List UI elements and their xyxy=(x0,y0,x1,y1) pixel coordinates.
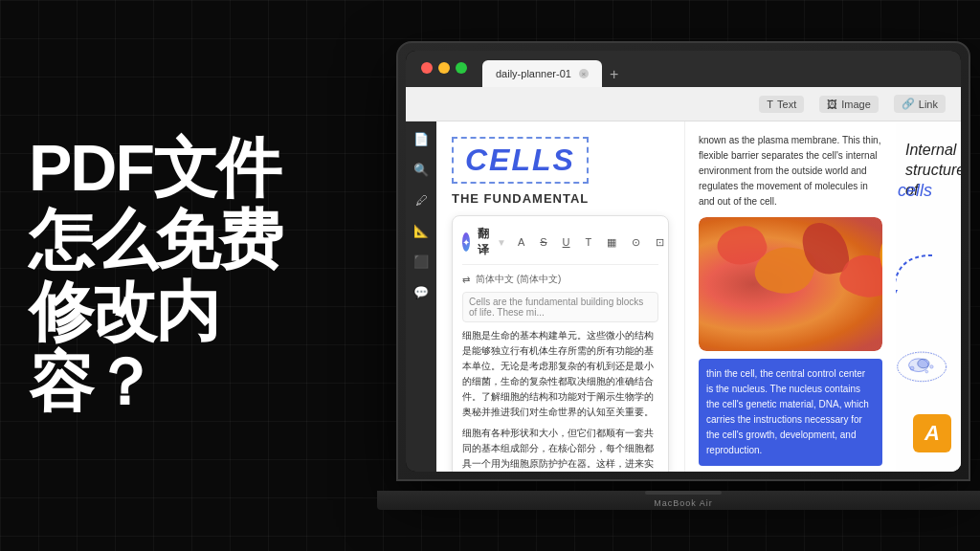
macbook-notch xyxy=(645,491,722,495)
minimize-button-icon[interactable] xyxy=(438,62,450,74)
translation-source: Cells are the fundamental building block… xyxy=(462,292,658,322)
macbook-air-label: MacBook Air xyxy=(654,498,713,508)
translation-panel: ✦ 翻译 ▼ A S U T ▦ ⊙ ⊡ xyxy=(452,215,669,472)
tab-name: daily-planner-01 xyxy=(496,68,571,79)
tab-bar: daily-planner-01 × + xyxy=(406,51,961,87)
translate-sub-icon: ⇄ xyxy=(462,275,470,285)
translation-content: 细胞是生命的基本构建单元。这些微小的结构是能够独立行有机体生存所需的所有功能的基… xyxy=(462,328,658,472)
cells-title-box: CELLS xyxy=(452,137,589,184)
sidebar-icon-comment[interactable]: 💬 xyxy=(412,282,431,301)
text-icon: T xyxy=(767,99,773,110)
divider-icon: ▼ xyxy=(497,237,506,248)
link-icon: 🔗 xyxy=(902,98,915,110)
tab-close-icon[interactable]: × xyxy=(579,69,589,78)
highlighted-section: thin the cell, the central control cente… xyxy=(699,359,882,466)
tab-add-icon[interactable]: + xyxy=(602,66,626,83)
cells-title: CELLS xyxy=(465,143,575,177)
maximize-button-icon[interactable] xyxy=(456,62,467,74)
macbook-body: daily-planner-01 × + T Text 🖼 Image 🔗 Li… xyxy=(396,41,970,481)
text-button[interactable]: T Text xyxy=(759,96,804,113)
svg-point-4 xyxy=(910,366,914,370)
pdf-right-column: Internal structure of cells xyxy=(896,121,961,472)
screen-bezel: daily-planner-01 × + T Text 🖼 Image 🔗 Li… xyxy=(406,51,961,472)
sidebar-icon-edit[interactable]: 🖊 xyxy=(412,190,431,209)
toolbar: T Text 🖼 Image 🔗 Link xyxy=(406,87,961,121)
svg-point-3 xyxy=(918,359,929,368)
macbook-base: MacBook Air xyxy=(377,491,980,510)
pdf-middle-column: known as the plasma membrane. This thin,… xyxy=(685,121,896,472)
format-a-icon[interactable]: A xyxy=(514,234,528,250)
plasma-text: known as the plasma membrane. This thin,… xyxy=(699,133,882,209)
format-s-icon[interactable]: S xyxy=(536,234,550,250)
format-copy-icon[interactable]: ⊙ xyxy=(628,234,644,251)
pdf-left-column: CELLS THE FUNDAMENTAL ✦ 翻译 ▼ A xyxy=(436,121,685,472)
format-paste-icon[interactable]: ⊡ xyxy=(652,234,668,251)
svg-point-5 xyxy=(930,365,933,368)
active-tab[interactable]: daily-planner-01 × xyxy=(482,60,602,87)
letter-a-box: A xyxy=(913,414,951,452)
left-heading-section: PDF文件 怎么免费 修改内 容？ xyxy=(29,132,354,418)
link-button[interactable]: 🔗 Link xyxy=(894,95,946,113)
format-t-icon[interactable]: T xyxy=(582,234,596,250)
svg-point-6 xyxy=(925,370,928,373)
sidebar-icon-shape[interactable]: 📐 xyxy=(412,221,431,240)
translate-sub-label: 简体中文 (简体中文) xyxy=(476,273,561,286)
sidebar-icon-search[interactable]: 🔍 xyxy=(412,160,431,179)
sidebar-icon-document[interactable]: 📄 xyxy=(412,129,431,148)
image-button[interactable]: 🖼 Image xyxy=(819,96,879,113)
format-table-icon[interactable]: ▦ xyxy=(603,234,620,251)
sketch-area: Internal structure of cells xyxy=(896,121,961,472)
traffic-lights xyxy=(421,62,467,74)
left-sidebar: 📄 🔍 🖊 📐 ⬛ 💬 xyxy=(406,121,436,472)
ai-icon: ✦ xyxy=(462,232,470,252)
main-heading: PDF文件 怎么免费 修改内 容？ xyxy=(29,132,354,418)
sidebar-icon-block[interactable]: ⬛ xyxy=(412,252,431,271)
close-button-icon[interactable] xyxy=(421,62,433,74)
format-u-icon[interactable]: U xyxy=(559,234,574,250)
macbook-wrapper: daily-planner-01 × + T Text 🖼 Image 🔗 Li… xyxy=(358,41,980,510)
translation-toolbar: ✦ 翻译 ▼ A S U T ▦ ⊙ ⊡ xyxy=(462,226,658,265)
image-icon: 🖼 xyxy=(827,99,837,110)
main-content: CELLS THE FUNDAMENTAL ✦ 翻译 ▼ A xyxy=(436,121,961,472)
cells-sketch-label: cells xyxy=(898,181,932,201)
fundamental-text: THE FUNDAMENTAL xyxy=(452,191,669,206)
translate-label[interactable]: 翻译 xyxy=(478,226,489,258)
